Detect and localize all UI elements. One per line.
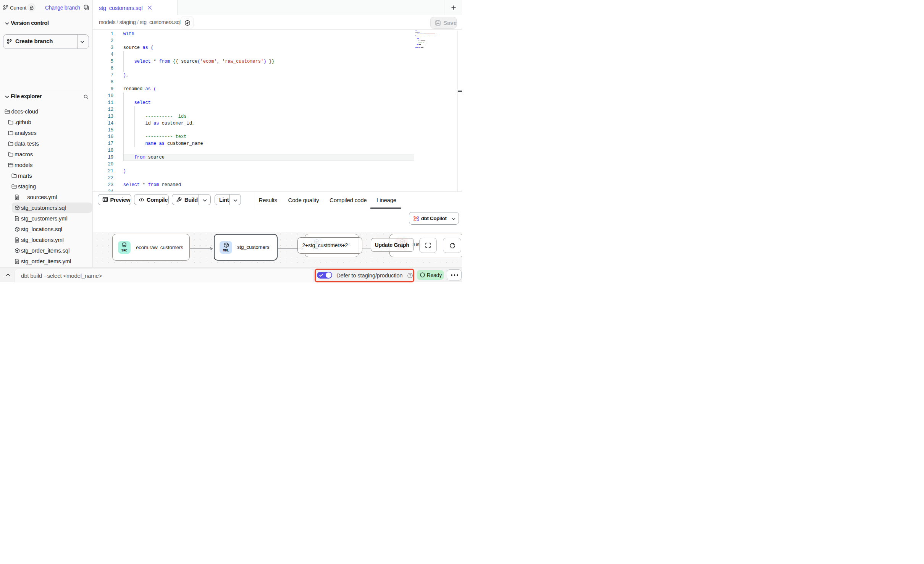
svg-text:?: ? [409,274,411,277]
